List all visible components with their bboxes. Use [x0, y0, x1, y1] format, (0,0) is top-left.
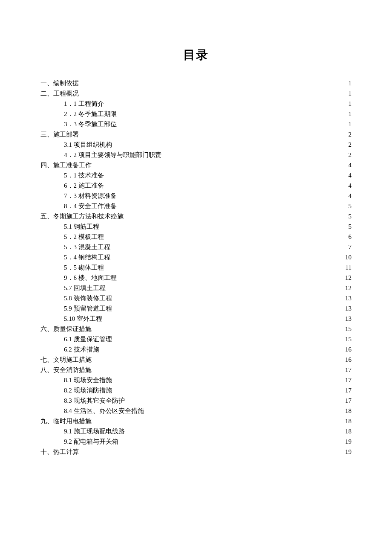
toc-entry-page: 2 [342, 150, 352, 160]
toc-entry-page: 19 [342, 436, 352, 447]
toc-entry-page: 17 [342, 365, 352, 375]
toc-entry-label: 8.4 生活区、办公区安全措施 [64, 406, 144, 416]
toc-entry-page: 11 [342, 262, 352, 273]
toc-entry-label: 4．2 项目主要领导与职能部门职责 [64, 150, 161, 160]
toc-entry: 二、工程概况1 [40, 88, 352, 99]
toc-entry-page: 12 [342, 273, 352, 283]
toc-entry-page: 4 [342, 170, 352, 180]
toc-entry: 六、质量保证措施15 [40, 324, 352, 334]
toc-entry-page: 16 [342, 344, 352, 355]
toc-entry: 四、施工准备工作4 [40, 160, 352, 170]
toc-entry: 7．3 材料资源准备4 [40, 191, 352, 201]
toc-entry-page: 4 [342, 180, 352, 191]
toc-entry-label: 5.1 钢筋工程 [64, 221, 99, 232]
toc-entry-page: 1 [342, 119, 352, 129]
toc-entry-page: 5 [342, 201, 352, 211]
toc-entry-page: 18 [342, 426, 352, 436]
toc-entry: 9.1 施工现场配电线路18 [40, 426, 352, 436]
toc-entry-page: 15 [342, 324, 352, 334]
toc-entry-page: 5 [342, 221, 352, 232]
toc-entry-label: 5.7 回填土工程 [64, 283, 106, 293]
toc-entry-page: 17 [342, 395, 352, 406]
toc-entry-label: 3.1 项目组织机构 [64, 139, 112, 150]
toc-entry: 6．2 施工准备4 [40, 180, 352, 191]
toc-entry: 8.3 现场其它安全防护17 [40, 395, 352, 406]
toc-entry-page: 2 [342, 139, 352, 150]
toc-entry: 5.8 装饰装修工程13 [40, 293, 352, 303]
toc-entry-label: 七、文明施工措施 [40, 355, 92, 365]
toc-container: 一、编制依据1二、工程概况11．1 工程简介12．2 冬季施工期限13．3 冬季… [40, 78, 352, 457]
toc-entry-label: 7．3 材料资源准备 [64, 191, 117, 201]
toc-entry-page: 13 [342, 314, 352, 324]
toc-entry-label: 一、编制依据 [40, 78, 79, 88]
toc-entry: 2．2 冬季施工期限1 [40, 109, 352, 119]
toc-entry: 5.10 室外工程13 [40, 314, 352, 324]
toc-entry-page: 6 [342, 232, 352, 242]
toc-entry-page: 15 [342, 334, 352, 344]
toc-entry-label: 8.2 现场消防措施 [64, 385, 112, 395]
toc-entry-label: 5．5 砌体工程 [64, 262, 104, 273]
toc-entry-label: 六、质量保证措施 [40, 324, 92, 334]
toc-entry-page: 12 [342, 283, 352, 293]
toc-entry: 五、冬期施工方法和技术癌施5 [40, 211, 352, 221]
toc-entry-label: 5．1 技术准备 [64, 170, 104, 180]
toc-entry: 1．1 工程简介1 [40, 99, 352, 109]
toc-entry: 9.2 配电箱与开关箱19 [40, 436, 352, 447]
toc-entry: 8．4 安全工作准备5 [40, 201, 352, 211]
toc-entry: 5.9 预留管道工程13 [40, 303, 352, 314]
toc-entry-label: 5.10 室外工程 [64, 314, 102, 324]
toc-entry: 一、编制依据1 [40, 78, 352, 88]
toc-entry-label: 三、施工部署 [40, 129, 79, 139]
toc-entry-label: 二、工程概况 [40, 88, 79, 99]
toc-entry: 3．3 冬季施工部位1 [40, 119, 352, 129]
toc-entry-label: 十、热工计算 [40, 447, 79, 457]
toc-title: 目录 [40, 47, 352, 63]
toc-entry-page: 5 [342, 211, 352, 221]
toc-entry: 3.1 项目组织机构2 [40, 139, 352, 150]
toc-entry-label: 6.2 技术措施 [64, 344, 99, 355]
toc-entry-page: 4 [342, 160, 352, 170]
toc-entry-page: 18 [342, 406, 352, 416]
toc-entry-page: 1 [342, 88, 352, 99]
toc-entry: 6.1 质量保证管理15 [40, 334, 352, 344]
toc-entry: 5．1 技术准备4 [40, 170, 352, 180]
toc-entry: 5．3 混凝土工程7 [40, 242, 352, 252]
toc-entry: 5.1 钢筋工程5 [40, 221, 352, 232]
toc-entry-label: 5.9 预留管道工程 [64, 303, 112, 314]
toc-entry: 5．5 砌体工程11 [40, 262, 352, 273]
toc-entry: 8.2 现场消防措施17 [40, 385, 352, 395]
toc-entry-label: 9.1 施工现场配电线路 [64, 426, 125, 436]
toc-entry-label: 9．6 楼、地面工程 [64, 273, 117, 283]
toc-entry-page: 19 [342, 447, 352, 457]
toc-entry-label: 6.1 质量保证管理 [64, 334, 112, 344]
toc-entry-label: 2．2 冬季施工期限 [64, 109, 117, 119]
toc-entry-page: 7 [342, 242, 352, 252]
toc-entry-label: 四、施工准备工作 [40, 160, 92, 170]
toc-entry-label: 5．2 模板工程 [64, 232, 104, 242]
toc-entry: 6.2 技术措施16 [40, 344, 352, 355]
toc-entry-page: 16 [342, 355, 352, 365]
toc-entry-page: 17 [342, 385, 352, 395]
toc-entry-page: 18 [342, 416, 352, 426]
toc-entry: 8.4 生活区、办公区安全措施18 [40, 406, 352, 416]
toc-entry-label: 5．4 钢结构工程 [64, 252, 110, 262]
toc-entry-page: 10 [342, 252, 352, 262]
toc-entry-label: 8.1 现场安全措施 [64, 375, 112, 385]
toc-entry-label: 3．3 冬季施工部位 [64, 119, 117, 129]
toc-entry: 8.1 现场安全措施17 [40, 375, 352, 385]
toc-entry: 5．4 钢结构工程10 [40, 252, 352, 262]
toc-entry: 九、临时用电措施18 [40, 416, 352, 426]
toc-entry-label: 6．2 施工准备 [64, 180, 104, 191]
toc-entry-label: 九、临时用电措施 [40, 416, 92, 426]
toc-entry-label: 5．3 混凝土工程 [64, 242, 110, 252]
toc-entry-label: 八、安全消防措施 [40, 365, 92, 375]
toc-entry: 七、文明施工措施16 [40, 355, 352, 365]
toc-entry: 4．2 项目主要领导与职能部门职责2 [40, 150, 352, 160]
toc-entry: 5．2 模板工程6 [40, 232, 352, 242]
toc-entry-label: 8．4 安全工作准备 [64, 201, 117, 211]
toc-entry-page: 1 [342, 78, 352, 88]
toc-entry: 9．6 楼、地面工程12 [40, 273, 352, 283]
toc-entry-page: 2 [342, 129, 352, 139]
toc-entry: 三、施工部署2 [40, 129, 352, 139]
toc-entry-label: 8.3 现场其它安全防护 [64, 395, 125, 406]
